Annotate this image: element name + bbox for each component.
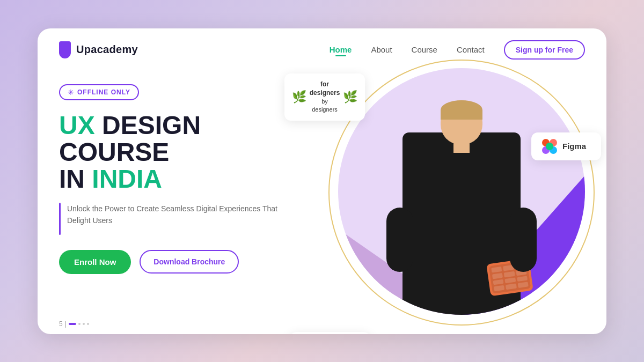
person-arm-left bbox=[386, 208, 413, 272]
hero-circle bbox=[338, 68, 585, 315]
headline-ux: UX bbox=[59, 111, 95, 139]
page-separator: | bbox=[65, 320, 67, 328]
subtext-bar bbox=[59, 203, 61, 235]
headline-course: COURSE bbox=[59, 138, 169, 166]
laurel-left-icon: 🌿 bbox=[292, 90, 306, 104]
headline-in: IN bbox=[59, 165, 92, 193]
person-neck bbox=[453, 142, 470, 153]
nav-about[interactable]: About bbox=[371, 45, 392, 54]
headline-india: INDIA bbox=[92, 165, 162, 193]
for-designers-text: for designers bbox=[310, 80, 340, 98]
main-content: ✳ OFFLINE ONLY UX DESIGN COURSE IN INDIA… bbox=[38, 68, 606, 274]
cta-row: Enroll Now Download Brochure bbox=[59, 250, 284, 274]
person-head bbox=[441, 100, 482, 144]
figma-logo-icon bbox=[542, 139, 557, 154]
page-indicator: 5 | bbox=[59, 320, 89, 328]
nav-home[interactable]: Home bbox=[330, 45, 352, 54]
laurel-wrap: 🌿 for designers by designers 🌿 bbox=[292, 80, 358, 114]
by-designers-text: by designers bbox=[310, 98, 340, 114]
page-dot-active bbox=[69, 323, 76, 325]
badge-star-icon: ✳ bbox=[68, 88, 74, 97]
page-dot-1 bbox=[78, 323, 80, 325]
page-dot-2 bbox=[83, 323, 85, 325]
right-section: 🌿 for designers by designers 🌿 bbox=[274, 57, 606, 334]
headline: UX DESIGN COURSE IN INDIA bbox=[59, 112, 284, 193]
laurel-right-icon: 🌿 bbox=[343, 90, 357, 104]
badge-text: OFFLINE ONLY bbox=[77, 88, 130, 96]
logo-text: Upacademy bbox=[76, 43, 138, 56]
hero-subtext: Unlock the Power to Create Seamless Digi… bbox=[67, 203, 284, 227]
offline-badge: ✳ OFFLINE ONLY bbox=[59, 84, 139, 100]
svg-point-4 bbox=[546, 143, 553, 150]
logo-area: Upacademy bbox=[59, 41, 138, 58]
headline-design: DESIGN bbox=[95, 111, 201, 139]
nav-contact[interactable]: Contact bbox=[457, 45, 485, 54]
logo-icon bbox=[59, 41, 71, 58]
card-designers: 🌿 for designers by designers 🌿 bbox=[284, 73, 365, 121]
card-figma: Figma bbox=[531, 132, 601, 160]
page-number: 5 bbox=[59, 320, 63, 328]
subtext-block: Unlock the Power to Create Seamless Digi… bbox=[59, 203, 284, 235]
main-card: Upacademy Home About Course Contact Sign… bbox=[38, 28, 606, 334]
left-section: ✳ OFFLINE ONLY UX DESIGN COURSE IN INDIA… bbox=[59, 73, 284, 274]
enroll-button[interactable]: Enroll Now bbox=[59, 250, 131, 274]
page-dot-3 bbox=[87, 323, 89, 325]
nav-links: Home About Course Contact Sign up for Fr… bbox=[330, 40, 585, 60]
person-arm-right bbox=[510, 208, 537, 272]
card-rating: ★ 5.0 Rating bbox=[290, 332, 370, 334]
signup-button[interactable]: Sign up for Free bbox=[504, 40, 585, 60]
figma-label-text: Figma bbox=[562, 142, 586, 151]
hero-person bbox=[386, 84, 537, 315]
nav-course[interactable]: Course bbox=[412, 45, 437, 54]
person-hair bbox=[441, 100, 482, 120]
navbar: Upacademy Home About Course Contact Sign… bbox=[38, 28, 606, 68]
badge-content: for designers by designers bbox=[310, 80, 340, 114]
brochure-button[interactable]: Download Brochure bbox=[140, 250, 239, 274]
